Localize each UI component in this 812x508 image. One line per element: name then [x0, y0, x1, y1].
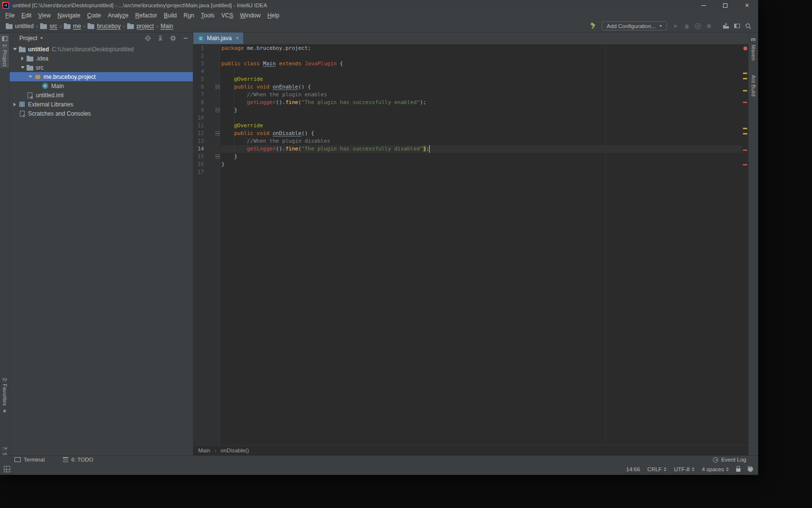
tree-item-me-bruceboy-project[interactable]: me.bruceboy.project [10, 72, 193, 81]
menu-vcs[interactable]: VCS [218, 12, 237, 19]
line-ending-select[interactable]: CRLF [647, 466, 667, 472]
breadcrumb-method[interactable]: onDisable() [220, 448, 249, 453]
code-line-17[interactable] [221, 168, 742, 176]
error-stripe-mark[interactable] [743, 90, 747, 91]
menu-label-part: indow [246, 12, 261, 19]
search-everywhere-icon[interactable] [744, 22, 752, 30]
code-line-16[interactable]: } [221, 161, 742, 168]
code-line-8[interactable]: getLogger().fine("The plugin has success… [221, 99, 742, 106]
breadcrumb-project[interactable]: project [126, 23, 155, 30]
stop-icon[interactable] [705, 22, 713, 30]
menu-navigate[interactable]: Navigate [54, 12, 84, 19]
menu-code[interactable]: Code [84, 12, 104, 19]
tree-item-untitled[interactable]: untitled C:\Users\bruce\Desktop\untitled [10, 45, 193, 54]
tool-button-event-log[interactable]: Event Log [713, 457, 746, 463]
breadcrumb-bruceboy[interactable]: bruceboy [87, 23, 121, 30]
tab-main-java[interactable]: C Main.java × [193, 32, 243, 44]
indent-select[interactable]: 4 spaces [702, 466, 729, 472]
menu-run[interactable]: Run [180, 12, 198, 19]
tool-button-todo[interactable]: 6: TODO [63, 457, 93, 463]
close-tab-icon[interactable]: × [235, 35, 239, 42]
tool-window-switcher-icon[interactable] [4, 466, 10, 472]
tool-button-favorites[interactable]: 2: Favorites ★ [0, 378, 9, 414]
locate-icon[interactable] [145, 35, 151, 42]
menu-help[interactable]: Help [264, 12, 283, 19]
error-stripe-mark[interactable] [743, 102, 747, 103]
coverage-icon[interactable] [694, 22, 702, 30]
error-stripe-mark[interactable] [743, 73, 747, 74]
code-editor[interactable]: 1234567891011121314151617 package me.bru… [193, 45, 748, 445]
readonly-lock-icon[interactable] [736, 468, 740, 472]
code-line-2[interactable] [221, 52, 742, 60]
inspection-indicator-icon[interactable] [743, 46, 747, 50]
ide-layout-icon[interactable] [733, 22, 741, 30]
error-stripe-mark[interactable] [743, 133, 747, 134]
code-line-15[interactable]: } [221, 153, 742, 161]
menu-view[interactable]: View [35, 12, 54, 19]
hector-inspections-icon[interactable] [748, 466, 753, 472]
code-line-12[interactable]: public void onDisable() { [221, 130, 742, 137]
tree-item-main[interactable]: CMain [10, 81, 193, 90]
code-line-11[interactable]: @Override [221, 122, 742, 130]
code-line-3[interactable]: public class Main extends JavaPlugin { [221, 60, 742, 68]
project-panel-title[interactable]: Project [19, 35, 37, 42]
tree-toggle-icon[interactable] [27, 75, 33, 78]
tree-toggle-icon[interactable] [19, 57, 26, 60]
error-stripe-mark[interactable] [743, 78, 747, 79]
tool-button-terminal[interactable]: Terminal [14, 457, 44, 463]
caret-position[interactable]: 14:66 [626, 466, 640, 472]
breadcrumb-me[interactable]: me [63, 23, 82, 30]
minimize-button[interactable] [693, 0, 714, 11]
code-line-10[interactable] [221, 114, 742, 122]
tree-item-src[interactable]: src [10, 63, 193, 72]
code-line-13[interactable]: //When the plugin disables [221, 137, 742, 145]
tool-button-ant-build[interactable]: Ant Build [749, 75, 758, 96]
tree-item--idea[interactable]: .idea [10, 54, 193, 63]
menu-file[interactable]: File [2, 12, 18, 19]
error-stripe-mark[interactable] [743, 164, 747, 165]
close-button[interactable]: × [736, 0, 758, 11]
code-line-5[interactable]: @Override [221, 75, 742, 83]
fold-marker[interactable] [216, 131, 220, 135]
code-line-4[interactable] [221, 68, 742, 75]
menu-build[interactable]: Build [160, 12, 180, 19]
gear-icon[interactable] [170, 35, 176, 42]
menu-window[interactable]: Window [236, 12, 264, 19]
menu-tools[interactable]: Tools [198, 12, 218, 19]
update-project-icon[interactable] [722, 22, 730, 30]
breadcrumb-src[interactable]: src [39, 23, 58, 30]
fold-marker[interactable] [216, 108, 220, 112]
encoding-select[interactable]: UTF-8 [674, 466, 695, 472]
hide-panel-icon[interactable] [182, 35, 189, 42]
run-configuration-select[interactable]: Add Configuration... [602, 21, 667, 30]
run-icon[interactable] [672, 22, 680, 30]
tool-button-project[interactable]: 1: Project [0, 34, 9, 68]
tree-item-scratches-and-consoles[interactable]: Scratches and Consoles [10, 109, 193, 118]
code-line-7[interactable]: //When the plugin enables [221, 91, 742, 99]
collapse-all-icon[interactable] [157, 35, 164, 42]
menu-edit[interactable]: Edit [18, 12, 35, 19]
breadcrumb-main[interactable]: Main [160, 23, 174, 30]
tree-toggle-icon[interactable] [12, 48, 18, 50]
maximize-button[interactable] [714, 0, 736, 11]
build-hammer-icon[interactable] [589, 22, 597, 30]
chevron-down-icon [40, 37, 43, 39]
breadcrumb-untitled[interactable]: untitled [5, 23, 35, 30]
breadcrumb-class[interactable]: Main [198, 448, 210, 453]
tool-button-maven[interactable]: m Maven [749, 36, 758, 60]
menu-analyze[interactable]: Analyze [104, 12, 132, 19]
debug-icon[interactable] [683, 22, 691, 30]
fold-marker[interactable] [216, 85, 220, 89]
menu-refactor[interactable]: Refactor [132, 12, 160, 19]
code-line-14[interactable]: getLogger().fine("The plugin has success… [221, 145, 742, 153]
tree-item-untitled-iml[interactable]: untitled.iml [10, 90, 193, 100]
tree-toggle-icon[interactable] [19, 66, 26, 69]
code-line-9[interactable]: } [221, 106, 742, 114]
fold-marker[interactable] [216, 154, 220, 159]
code-line-6[interactable]: public void onEnable() { [221, 83, 742, 91]
code-line-1[interactable]: package me.bruceboy.project; [221, 45, 742, 52]
tree-toggle-icon[interactable] [12, 103, 18, 106]
tree-item-external-libraries[interactable]: External Libraries [10, 100, 193, 109]
error-stripe-mark[interactable] [743, 149, 747, 151]
error-stripe-mark[interactable] [743, 128, 747, 129]
